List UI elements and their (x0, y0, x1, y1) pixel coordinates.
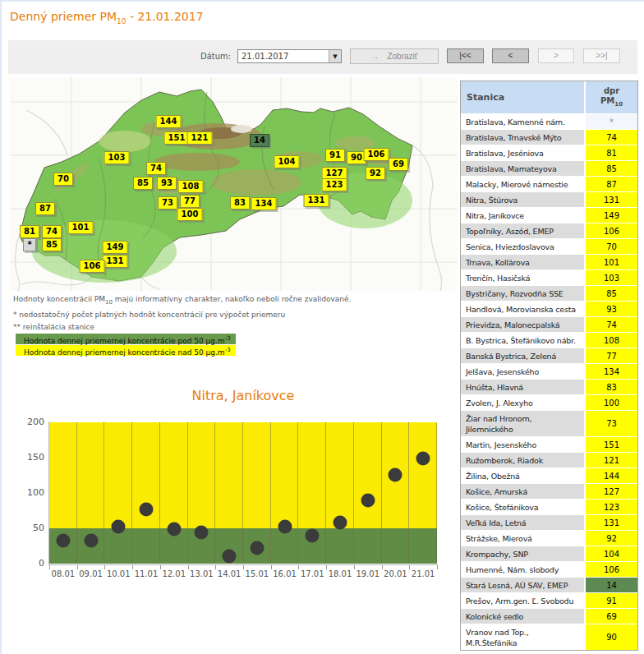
map-station-value-label[interactable]: 74 (42, 225, 62, 238)
station-row[interactable]: Košice, Štefánikova123 (461, 499, 637, 514)
station-name: Malacky, Mierové námestie (461, 177, 586, 191)
nav-prev-button[interactable]: < (492, 48, 529, 63)
x-axis-label: 21.01 (412, 569, 435, 578)
station-row[interactable]: Zvolen, J. Alexyho100 (461, 394, 637, 410)
y-axis-label: 100 (16, 487, 44, 498)
map-station-value-label[interactable]: 73 (158, 196, 177, 210)
chart-plot (49, 422, 437, 564)
x-axis-label: 11.01 (135, 569, 159, 578)
station-row[interactable]: Handlová, Morovianska cesta93 (461, 301, 637, 316)
station-row[interactable]: Banská Bystrica, Zelená77 (461, 348, 637, 363)
map-station-value-label[interactable]: 106 (80, 260, 105, 273)
station-value: 85 (586, 286, 637, 301)
station-value: 85 (586, 161, 637, 176)
header-value-column: dpr PM10 (586, 81, 637, 113)
station-value: 144 (586, 468, 637, 483)
station-row[interactable]: Nitra, Janíkovce149 (461, 207, 637, 223)
station-row[interactable]: Stará Lesná, AÚ SAV, EMEP14 (461, 577, 637, 592)
chart-point (84, 534, 98, 548)
station-row[interactable]: Košice, Amurská127 (461, 483, 637, 499)
station-row[interactable]: Jelšava, Jesenského134 (461, 363, 637, 379)
map-station-value-label[interactable]: 131 (103, 255, 128, 268)
map-station-value-label[interactable]: 14 (250, 134, 269, 147)
station-row[interactable]: Malacky, Mierové námestie87 (461, 176, 637, 191)
station-name: Handlová, Morovianska cesta (461, 302, 586, 316)
map-station-value-label[interactable]: 83 (230, 196, 250, 210)
map-station-value-label[interactable]: 100 (177, 208, 203, 221)
map-station-value-label[interactable]: 131 (304, 194, 329, 207)
map-station-value-label[interactable]: 70 (53, 173, 73, 186)
station-row[interactable]: Krompachy, SNP104 (461, 546, 637, 561)
map-station-value-label[interactable]: 101 (68, 221, 94, 234)
station-row[interactable]: Martin, Jesenského151 (461, 436, 637, 452)
station-row[interactable]: Hnúšta, Hlavná83 (461, 379, 637, 394)
map-station-value-label[interactable]: 93 (157, 177, 177, 190)
station-row[interactable]: Kolonické sedlo69 (461, 608, 637, 624)
map-station-value-label[interactable]: 123 (322, 178, 347, 191)
station-value: 87 (586, 177, 637, 191)
map-station-value-label[interactable]: 144 (156, 115, 182, 128)
map-station-value-label[interactable]: 149 (103, 241, 128, 254)
show-button[interactable]: →Zobraziť (350, 48, 439, 64)
map-station-value-label[interactable]: 85 (133, 177, 153, 190)
station-row[interactable]: Senica, Hviezdoslavova70 (461, 238, 637, 254)
x-axis-label: 17.01 (301, 569, 324, 578)
nav-last-button[interactable]: >>| (583, 48, 620, 63)
station-row[interactable]: Trnava, Kollárova101 (461, 254, 637, 269)
station-row[interactable]: Bratislava, Trnavské Mýto74 (461, 129, 637, 145)
station-name: Jelšava, Jesenského (461, 364, 586, 379)
map-station-value-label[interactable]: 92 (366, 167, 385, 180)
station-row[interactable]: B. Bystrica, Štefánikovo nábr.108 (461, 332, 637, 348)
station-name: Trnava, Kollárova (461, 255, 586, 269)
x-axis-tick (104, 565, 105, 569)
chart-gridline (436, 422, 437, 564)
chart-gridline (214, 422, 215, 564)
chart-point (140, 502, 154, 516)
chart-point (250, 541, 264, 555)
chart-gridline (325, 422, 326, 564)
map-station-value-label[interactable]: 121 (187, 131, 213, 145)
map-station-value-label[interactable]: 69 (389, 158, 408, 171)
station-row[interactable]: Bystričany, Rozvodňa SSE85 (461, 285, 637, 301)
station-row[interactable]: Vranov nad Top., M.R.Štefánika90 (461, 624, 637, 650)
station-row[interactable]: Bratislava, Jeséniova81 (461, 145, 637, 160)
chevron-down-icon[interactable]: ▼ (329, 50, 341, 62)
map-station-value-label[interactable]: * (23, 238, 36, 251)
station-row[interactable]: Bratislava, Kamenné nám.* (461, 113, 637, 129)
station-row[interactable]: Topoľníky, Aszód, EMEP106 (461, 223, 637, 238)
station-row[interactable]: Humenné, Nám. slobody106 (461, 561, 637, 577)
nav-first-button[interactable]: |<< (447, 48, 484, 63)
station-row[interactable]: Prešov, Arm.gen. Ľ. Svobodu91 (461, 592, 637, 608)
station-name: Zvolen, J. Alexyho (461, 395, 586, 410)
map-station-value-label[interactable]: 103 (104, 151, 130, 164)
map-station-value-label[interactable]: 74 (146, 162, 166, 175)
station-row[interactable]: Ružomberok, Riadok121 (461, 452, 637, 467)
chart-gridline (187, 422, 188, 564)
map-station-value-label[interactable]: 151 (164, 131, 190, 145)
x-axis-tick (243, 565, 244, 569)
map-station-value-label[interactable]: 87 (35, 202, 55, 215)
station-row[interactable]: Žilina, Obežná144 (461, 467, 637, 483)
map-station-value-label[interactable]: 106 (364, 148, 389, 161)
map-station-value-label[interactable]: 81 (20, 225, 39, 238)
map-station-value-label[interactable]: 77 (180, 195, 200, 208)
nav-next-button[interactable]: > (538, 48, 574, 63)
map-station-value-label[interactable]: 108 (178, 180, 204, 193)
station-row[interactable]: Veľká Ida, Letná131 (461, 514, 637, 530)
map-station-value-label[interactable]: 134 (251, 197, 277, 210)
map-station-value-label[interactable]: 85 (42, 238, 62, 251)
date-combobox[interactable]: 21.01.2017 ▼ (237, 49, 342, 63)
station-row[interactable]: Strážske, Mierová92 (461, 530, 637, 546)
station-row[interactable]: Bratislava, Mamateyova85 (461, 160, 637, 176)
chart-point (112, 520, 126, 534)
station-value: 83 (586, 380, 637, 394)
map-station-value-label[interactable]: 91 (325, 149, 345, 162)
station-value: 134 (586, 364, 637, 379)
station-row[interactable]: Trenčín, Hasičská103 (461, 269, 637, 285)
station-row[interactable]: Nitra, Štúrova131 (461, 191, 637, 207)
stations-table-body: Bratislava, Kamenné nám.*Bratislava, Trn… (461, 113, 637, 650)
station-name: Bratislava, Jeséniova (461, 145, 586, 160)
station-row[interactable]: Prievidza, Malonecpalská74 (461, 316, 637, 332)
station-row[interactable]: Žiar nad Hronom, Jilemnického73 (461, 410, 637, 436)
map-station-value-label[interactable]: 104 (274, 155, 300, 168)
